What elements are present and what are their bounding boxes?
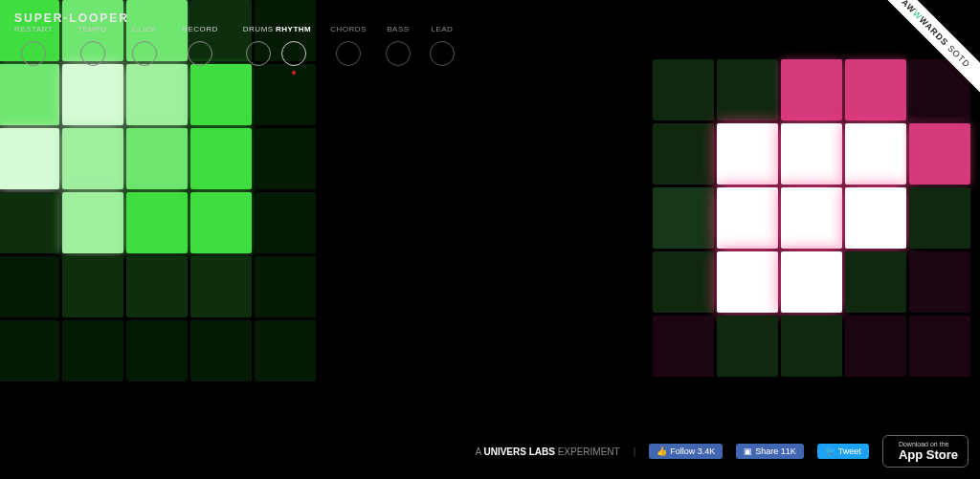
pad[interactable] — [909, 316, 970, 377]
drums-label: DRUMS — [243, 25, 274, 33]
tab-lead-label: LEAD — [431, 25, 453, 33]
awwwards-ribbon[interactable]: AWWWARDS SOTD — [875, 0, 980, 105]
pad[interactable] — [781, 123, 842, 185]
pad[interactable] — [717, 251, 778, 313]
pad[interactable] — [126, 320, 188, 381]
pad[interactable] — [62, 128, 123, 189]
pad[interactable] — [126, 64, 188, 125]
knob-icon — [336, 41, 361, 66]
section-tabs: RHYTHM CHORDS BASS LEAD — [276, 25, 455, 66]
record-knob-icon — [188, 41, 212, 66]
pad[interactable] — [62, 192, 123, 253]
click-control[interactable]: CLICK — [132, 25, 157, 66]
pad[interactable] — [717, 123, 778, 185]
tab-chords-label: CHORDS — [330, 25, 367, 33]
pad[interactable] — [0, 128, 59, 189]
pad[interactable] — [845, 187, 906, 249]
record-control[interactable]: RECORD — [182, 25, 218, 66]
divider: | — [634, 446, 636, 457]
pad[interactable] — [845, 316, 906, 377]
pad[interactable] — [190, 320, 252, 381]
pad[interactable] — [845, 251, 906, 313]
ribbon-text: AWWWARDS SOTD — [875, 0, 980, 101]
pad[interactable] — [62, 64, 123, 125]
thumb-icon: 👍 — [657, 446, 667, 456]
pad[interactable] — [255, 128, 316, 189]
share-icon: ▣ — [744, 446, 752, 456]
pad[interactable] — [0, 192, 59, 253]
pad[interactable] — [62, 256, 123, 317]
tempo-knob-icon — [80, 41, 105, 66]
pad[interactable] — [717, 59, 778, 120]
app-logo: SUPER-LOOPER — [14, 11, 129, 25]
pad[interactable] — [653, 123, 714, 185]
bird-icon: 🐦 — [825, 446, 835, 456]
pad[interactable] — [255, 320, 316, 381]
click-label: CLICK — [132, 25, 157, 33]
pad[interactable] — [653, 316, 714, 377]
pad[interactable] — [909, 123, 970, 185]
pad[interactable] — [0, 256, 59, 317]
pad[interactable] — [717, 187, 778, 249]
tab-bass-label: BASS — [387, 25, 409, 33]
pad[interactable] — [255, 192, 316, 253]
pad[interactable] — [909, 251, 970, 313]
restart-control[interactable]: RESTART — [14, 25, 53, 66]
facebook-follow-button[interactable]: 👍Follow 3.4K — [649, 444, 723, 459]
drums-control[interactable]: DRUMS — [243, 25, 274, 66]
restart-knob-icon — [21, 41, 46, 66]
pad[interactable] — [909, 187, 970, 249]
pad[interactable] — [781, 316, 842, 377]
knob-icon — [386, 41, 411, 66]
pad[interactable] — [845, 123, 906, 185]
pad[interactable] — [126, 192, 188, 253]
footer: A UNIVERS LABS EXPERIMENT | 👍Follow 3.4K… — [476, 435, 969, 468]
pad[interactable] — [190, 256, 252, 317]
facebook-share-button[interactable]: ▣Share 11K — [736, 444, 804, 459]
pad[interactable] — [126, 256, 188, 317]
drums-knob-icon — [246, 41, 271, 66]
right-pad-grid — [653, 59, 970, 377]
pad[interactable] — [0, 64, 59, 125]
pad[interactable] — [781, 187, 842, 249]
pad[interactable] — [126, 128, 188, 189]
footer-credit: A UNIVERS LABS EXPERIMENT — [476, 446, 620, 457]
tab-chords[interactable]: CHORDS — [330, 25, 367, 66]
pad[interactable] — [653, 187, 714, 249]
pad[interactable] — [62, 320, 123, 381]
pad[interactable] — [190, 64, 252, 125]
knob-icon — [281, 41, 306, 66]
pad[interactable] — [255, 64, 316, 125]
pad[interactable] — [190, 128, 252, 189]
record-label: RECORD — [182, 25, 218, 33]
app-store-button[interactable]: Download on the App Store — [882, 435, 969, 468]
click-knob-icon — [132, 41, 157, 66]
appstore-big: App Store — [899, 448, 958, 462]
twitter-tweet-button[interactable]: 🐦Tweet — [817, 444, 869, 459]
tab-bass[interactable]: BASS — [386, 25, 411, 66]
tab-rhythm[interactable]: RHYTHM — [276, 25, 311, 66]
tab-rhythm-label: RHYTHM — [276, 25, 311, 33]
knob-icon — [430, 41, 455, 66]
pad[interactable] — [653, 251, 714, 313]
tempo-control[interactable]: TEMPO — [78, 25, 107, 66]
tempo-label: TEMPO — [78, 25, 107, 33]
restart-label: RESTART — [14, 25, 53, 33]
pad[interactable] — [0, 320, 59, 381]
pad[interactable] — [190, 192, 252, 253]
pad[interactable] — [781, 251, 842, 313]
active-indicator-icon — [292, 71, 296, 75]
tab-lead[interactable]: LEAD — [430, 25, 455, 66]
pad[interactable] — [717, 316, 778, 377]
pad[interactable] — [255, 256, 316, 317]
pad[interactable] — [781, 59, 842, 120]
pad[interactable] — [653, 59, 714, 120]
transport-controls: RESTART TEMPO CLICK RECORD DRUMS — [14, 25, 274, 66]
